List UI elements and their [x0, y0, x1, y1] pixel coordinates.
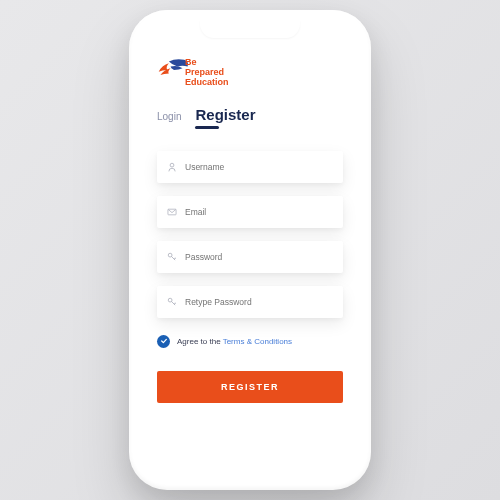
tab-login[interactable]: Login	[157, 111, 181, 122]
terms-link[interactable]: Terms & Conditions	[223, 337, 292, 346]
key-icon	[167, 297, 177, 307]
brand-logo: Be Prepared Education	[157, 52, 343, 88]
password-input[interactable]	[185, 252, 333, 262]
retype-password-field[interactable]	[157, 286, 343, 318]
password-field[interactable]	[157, 241, 343, 273]
username-input[interactable]	[185, 162, 333, 172]
app-screen: Be Prepared Education Login Register	[139, 20, 361, 480]
user-icon	[167, 162, 177, 172]
brand-line3: Education	[185, 78, 229, 88]
auth-tabs: Login Register	[157, 106, 343, 129]
register-button[interactable]: REGISTER	[157, 371, 343, 403]
svg-point-0	[170, 163, 174, 167]
mail-icon	[167, 207, 177, 217]
agree-prefix: Agree to the	[177, 337, 223, 346]
agree-checkbox[interactable]	[157, 335, 170, 348]
check-icon	[160, 337, 168, 345]
terms-row: Agree to the Terms & Conditions	[157, 335, 343, 348]
register-form: Agree to the Terms & Conditions REGISTER	[157, 151, 343, 403]
email-input[interactable]	[185, 207, 333, 217]
brand-text: Be Prepared Education	[185, 58, 229, 88]
username-field[interactable]	[157, 151, 343, 183]
agree-text: Agree to the Terms & Conditions	[177, 337, 292, 346]
retype-password-input[interactable]	[185, 297, 333, 307]
key-icon	[167, 252, 177, 262]
tab-register[interactable]: Register	[195, 106, 255, 129]
email-field[interactable]	[157, 196, 343, 228]
phone-mockup: Be Prepared Education Login Register	[129, 10, 371, 490]
